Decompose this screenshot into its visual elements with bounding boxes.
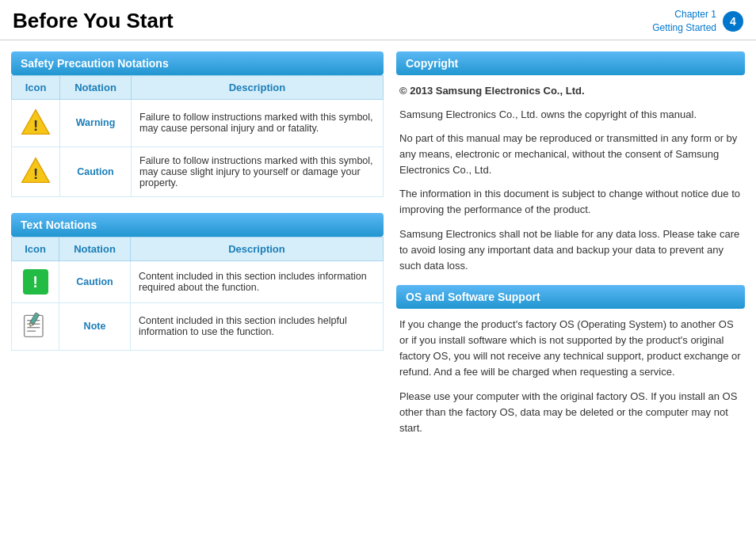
warning-description: Failure to follow instructions marked wi… — [132, 99, 384, 146]
chapter-number: 4 — [723, 11, 743, 32]
caution-triangle-icon: ! — [20, 156, 52, 184]
main-content: Safety Precaution Notations Icon Notatio… — [0, 40, 756, 462]
page-title: Before You Start — [13, 9, 174, 33]
table-row: ! Warning Failure to follow instructions… — [12, 99, 384, 146]
caution-box-notation: Caution — [59, 260, 131, 302]
caution-icon-cell: ! — [12, 146, 60, 196]
svg-text:!: ! — [33, 117, 38, 134]
text-table-header-row: Icon Notation Description — [12, 237, 384, 260]
note-icon-cell — [12, 302, 59, 350]
text-table: Icon Notation Description ! Caution — [11, 237, 384, 351]
caution-box-icon: ! — [23, 269, 48, 295]
svg-text:!: ! — [33, 165, 38, 182]
copyright-bold-line: © 2013 Samsung Electronics Co., Ltd. — [399, 83, 742, 99]
copyright-section: Copyright © 2013 Samsung Electronics Co.… — [396, 51, 745, 274]
safety-table-header-row: Icon Notation Description — [12, 75, 384, 99]
page-header: Before You Start Chapter 1 Getting Start… — [0, 0, 756, 40]
svg-rect-9 — [29, 312, 39, 324]
copyright-para-1: Samsung Electronics Co., Ltd. owns the c… — [399, 107, 742, 123]
note-notation: Note — [59, 302, 131, 350]
text-section-header: Text Notations — [11, 213, 384, 237]
warning-triangle-icon: ! — [20, 108, 52, 136]
left-column: Safety Precaution Notations Icon Notatio… — [11, 51, 384, 450]
col-icon: Icon — [12, 75, 60, 99]
col-description-2: Description — [131, 237, 384, 260]
warning-icon-cell: ! — [12, 99, 60, 146]
text-notations-section: Text Notations Icon Notation Description… — [11, 213, 384, 351]
note-description: Content included in this section include… — [131, 302, 384, 350]
copyright-para-2: No part of this manual may be reproduced… — [399, 131, 742, 178]
chapter-sub: Getting Started — [652, 21, 716, 35]
os-para-1: If you change the product's factory OS (… — [399, 317, 742, 381]
right-column: Copyright © 2013 Samsung Electronics Co.… — [396, 51, 745, 450]
table-row: ! Caution Content included in this secti… — [12, 260, 384, 302]
col-notation-2: Notation — [59, 237, 131, 260]
warning-notation: Warning — [60, 99, 132, 146]
safety-table: Icon Notation Description ! — [11, 75, 384, 197]
caution-box-exclamation: ! — [32, 274, 38, 290]
chapter-info: Chapter 1 Getting Started — [652, 8, 716, 35]
col-notation: Notation — [60, 75, 132, 99]
safety-section-header: Safety Precaution Notations — [11, 51, 384, 75]
caution-box-icon-cell: ! — [12, 260, 59, 302]
copyright-para-3: The information in this document is subj… — [399, 186, 742, 218]
col-icon-2: Icon — [12, 237, 59, 260]
caution-notation: Caution — [60, 146, 132, 196]
table-row: Note Content included in this section in… — [12, 302, 384, 350]
safety-section: Safety Precaution Notations Icon Notatio… — [11, 51, 384, 197]
os-para-2: Please use your computer with the origin… — [399, 389, 742, 436]
caution-description: Failure to follow instructions marked wi… — [132, 146, 384, 196]
caution-box-description: Content included in this section include… — [131, 260, 384, 302]
copyright-para-4: Samsung Electronics shall not be liable … — [399, 226, 742, 274]
copyright-section-header: Copyright — [396, 51, 745, 75]
table-row: ! Caution Failure to follow instructions… — [12, 146, 384, 196]
header-right: Chapter 1 Getting Started 4 — [652, 8, 743, 35]
col-description: Description — [132, 75, 384, 99]
os-section-header: OS and Software Support — [396, 285, 745, 309]
note-pencil-icon — [21, 311, 50, 340]
chapter-label: Chapter 1 — [652, 8, 716, 21]
os-section: OS and Software Support If you change th… — [396, 285, 745, 436]
